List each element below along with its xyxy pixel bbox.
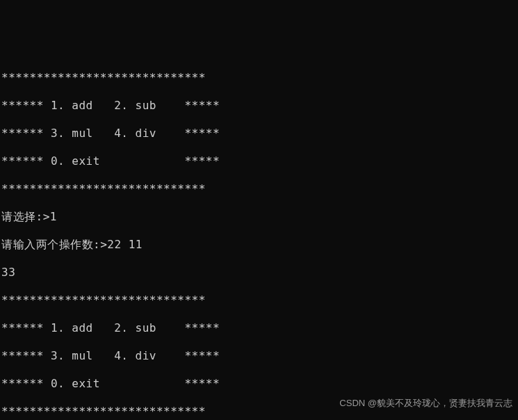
prompt-operands: 请输入两个操作数:>: [1, 238, 107, 251]
console-output: ***************************** ****** 1. …: [1, 57, 518, 420]
menu-border: *****************************: [1, 182, 518, 196]
watermark-text: CSDN @貌美不及玲珑心，贤妻扶我青云志: [339, 398, 512, 409]
menu-border: *****************************: [1, 71, 518, 85]
user-choice[interactable]: 1: [50, 210, 57, 223]
menu-row-3: ****** 0. exit *****: [1, 154, 518, 168]
prompt-operands-line: 请输入两个操作数:>22 11: [1, 238, 518, 252]
menu-border: *****************************: [1, 293, 518, 307]
prompt-select-line: 请选择:>1: [1, 210, 518, 224]
menu-row-2: ****** 3. mul 4. div *****: [1, 127, 518, 140]
menu-row-1: ****** 1. add 2. sub *****: [1, 99, 518, 113]
menu-row-1: ****** 1. add 2. sub *****: [1, 321, 518, 335]
prompt-select: 请选择:>: [1, 210, 50, 223]
user-operands[interactable]: 22 11: [107, 238, 143, 251]
menu-row-2: ****** 3. mul 4. div *****: [1, 349, 518, 363]
menu-row-3: ****** 0. exit *****: [1, 377, 518, 391]
result-output: 33: [1, 266, 518, 280]
